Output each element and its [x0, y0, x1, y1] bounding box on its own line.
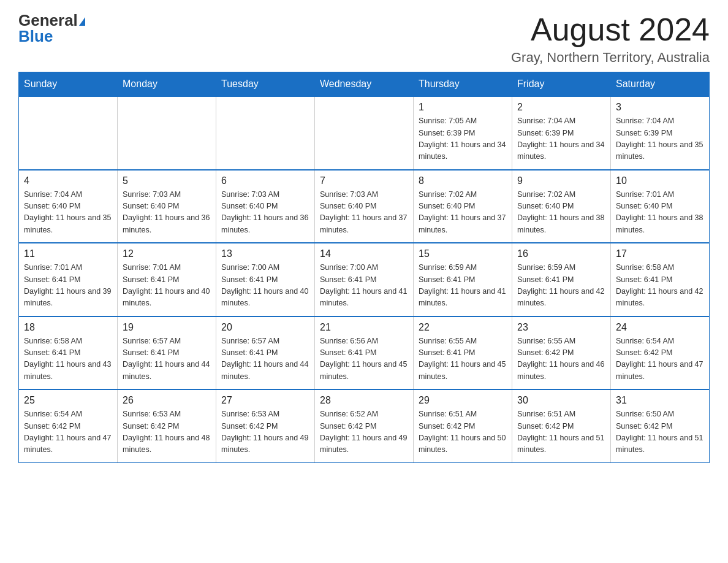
- calendar-week-row: 4Sunrise: 7:04 AMSunset: 6:40 PMDaylight…: [19, 170, 710, 243]
- day-header-wednesday: Wednesday: [315, 72, 414, 97]
- calendar-header-row: SundayMondayTuesdayWednesdayThursdayFrid…: [19, 72, 710, 97]
- day-info: Sunrise: 7:04 AMSunset: 6:39 PMDaylight:…: [616, 115, 704, 163]
- calendar-cell: 16Sunrise: 6:59 AMSunset: 6:41 PMDayligh…: [512, 243, 611, 316]
- logo: General Blue: [18, 12, 85, 44]
- calendar-cell: 25Sunrise: 6:54 AMSunset: 6:42 PMDayligh…: [19, 389, 118, 462]
- logo-line2: Blue: [18, 28, 53, 44]
- location-text: Gray, Northern Territory, Australia: [511, 50, 710, 66]
- calendar-cell: 18Sunrise: 6:58 AMSunset: 6:41 PMDayligh…: [19, 316, 118, 390]
- calendar-week-row: 11Sunrise: 7:01 AMSunset: 6:41 PMDayligh…: [19, 243, 710, 316]
- day-info: Sunrise: 7:01 AMSunset: 6:41 PMDaylight:…: [24, 262, 112, 310]
- day-number: 15: [419, 248, 507, 259]
- calendar-cell: 7Sunrise: 7:03 AMSunset: 6:40 PMDaylight…: [315, 170, 414, 243]
- day-number: 28: [320, 395, 408, 406]
- calendar-cell: 12Sunrise: 7:01 AMSunset: 6:41 PMDayligh…: [118, 243, 216, 316]
- calendar-cell: 22Sunrise: 6:55 AMSunset: 6:41 PMDayligh…: [414, 316, 512, 390]
- logo-line1: General: [18, 12, 85, 28]
- day-header-monday: Monday: [118, 72, 216, 97]
- day-number: 19: [123, 322, 211, 333]
- day-number: 26: [123, 395, 211, 406]
- day-info: Sunrise: 6:55 AMSunset: 6:41 PMDaylight:…: [419, 335, 507, 383]
- day-info: Sunrise: 6:52 AMSunset: 6:42 PMDaylight:…: [320, 408, 408, 456]
- day-number: 6: [221, 175, 309, 186]
- day-number: 10: [616, 175, 704, 186]
- calendar-cell: 29Sunrise: 6:51 AMSunset: 6:42 PMDayligh…: [414, 389, 512, 462]
- day-number: 2: [517, 102, 605, 113]
- day-info: Sunrise: 7:02 AMSunset: 6:40 PMDaylight:…: [419, 189, 507, 237]
- calendar-cell: 23Sunrise: 6:55 AMSunset: 6:42 PMDayligh…: [512, 316, 611, 390]
- day-info: Sunrise: 6:59 AMSunset: 6:41 PMDaylight:…: [517, 262, 605, 310]
- day-info: Sunrise: 6:51 AMSunset: 6:42 PMDaylight:…: [517, 408, 605, 456]
- day-info: Sunrise: 6:57 AMSunset: 6:41 PMDaylight:…: [221, 335, 309, 383]
- calendar-cell: 10Sunrise: 7:01 AMSunset: 6:40 PMDayligh…: [611, 170, 710, 243]
- day-number: 25: [24, 395, 112, 406]
- day-info: Sunrise: 7:05 AMSunset: 6:39 PMDaylight:…: [419, 115, 507, 163]
- day-info: Sunrise: 6:53 AMSunset: 6:42 PMDaylight:…: [123, 408, 211, 456]
- calendar-cell: [19, 96, 118, 170]
- day-info: Sunrise: 6:57 AMSunset: 6:41 PMDaylight:…: [123, 335, 211, 383]
- logo-triangle-icon: [79, 17, 85, 26]
- calendar-week-row: 25Sunrise: 6:54 AMSunset: 6:42 PMDayligh…: [19, 389, 710, 462]
- day-number: 3: [616, 102, 704, 113]
- calendar-cell: 8Sunrise: 7:02 AMSunset: 6:40 PMDaylight…: [414, 170, 512, 243]
- day-info: Sunrise: 7:03 AMSunset: 6:40 PMDaylight:…: [123, 189, 211, 237]
- calendar-cell: 21Sunrise: 6:56 AMSunset: 6:41 PMDayligh…: [315, 316, 414, 390]
- calendar-cell: 24Sunrise: 6:54 AMSunset: 6:42 PMDayligh…: [611, 316, 710, 390]
- day-number: 23: [517, 322, 605, 333]
- calendar-cell: 9Sunrise: 7:02 AMSunset: 6:40 PMDaylight…: [512, 170, 611, 243]
- day-number: 27: [221, 395, 309, 406]
- calendar-cell: [216, 96, 315, 170]
- calendar-cell: 2Sunrise: 7:04 AMSunset: 6:39 PMDaylight…: [512, 96, 611, 170]
- calendar-cell: 17Sunrise: 6:58 AMSunset: 6:41 PMDayligh…: [611, 243, 710, 316]
- calendar-cell: 13Sunrise: 7:00 AMSunset: 6:41 PMDayligh…: [216, 243, 315, 316]
- calendar-cell: [315, 96, 414, 170]
- day-info: Sunrise: 7:01 AMSunset: 6:40 PMDaylight:…: [616, 189, 704, 237]
- day-info: Sunrise: 6:59 AMSunset: 6:41 PMDaylight:…: [419, 262, 507, 310]
- calendar-cell: 31Sunrise: 6:50 AMSunset: 6:42 PMDayligh…: [611, 389, 710, 462]
- day-info: Sunrise: 6:54 AMSunset: 6:42 PMDaylight:…: [24, 408, 112, 456]
- day-number: 30: [517, 395, 605, 406]
- day-number: 31: [616, 395, 704, 406]
- day-info: Sunrise: 6:56 AMSunset: 6:41 PMDaylight:…: [320, 335, 408, 383]
- calendar-table: SundayMondayTuesdayWednesdayThursdayFrid…: [18, 72, 710, 463]
- day-number: 4: [24, 175, 112, 186]
- day-info: Sunrise: 6:55 AMSunset: 6:42 PMDaylight:…: [517, 335, 605, 383]
- calendar-week-row: 18Sunrise: 6:58 AMSunset: 6:41 PMDayligh…: [19, 316, 710, 390]
- month-title: August 2024: [511, 12, 710, 47]
- calendar-cell: 26Sunrise: 6:53 AMSunset: 6:42 PMDayligh…: [118, 389, 216, 462]
- day-number: 13: [221, 248, 309, 259]
- day-number: 1: [419, 102, 507, 113]
- title-section: August 2024 Gray, Northern Territory, Au…: [511, 12, 710, 66]
- calendar-week-row: 1Sunrise: 7:05 AMSunset: 6:39 PMDaylight…: [19, 96, 710, 170]
- day-info: Sunrise: 7:04 AMSunset: 6:39 PMDaylight:…: [517, 115, 605, 163]
- calendar-cell: 20Sunrise: 6:57 AMSunset: 6:41 PMDayligh…: [216, 316, 315, 390]
- calendar-cell: 19Sunrise: 6:57 AMSunset: 6:41 PMDayligh…: [118, 316, 216, 390]
- day-header-friday: Friday: [512, 72, 611, 97]
- calendar-cell: [118, 96, 216, 170]
- day-number: 9: [517, 175, 605, 186]
- day-number: 17: [616, 248, 704, 259]
- calendar-cell: 3Sunrise: 7:04 AMSunset: 6:39 PMDaylight…: [611, 96, 710, 170]
- day-number: 29: [419, 395, 507, 406]
- day-info: Sunrise: 7:04 AMSunset: 6:40 PMDaylight:…: [24, 189, 112, 237]
- day-number: 21: [320, 322, 408, 333]
- calendar-cell: 28Sunrise: 6:52 AMSunset: 6:42 PMDayligh…: [315, 389, 414, 462]
- day-info: Sunrise: 7:03 AMSunset: 6:40 PMDaylight:…: [320, 189, 408, 237]
- day-number: 12: [123, 248, 211, 259]
- calendar-cell: 11Sunrise: 7:01 AMSunset: 6:41 PMDayligh…: [19, 243, 118, 316]
- calendar-cell: 5Sunrise: 7:03 AMSunset: 6:40 PMDaylight…: [118, 170, 216, 243]
- page-header: General Blue August 2024 Gray, Northern …: [18, 12, 710, 66]
- day-header-sunday: Sunday: [19, 72, 118, 97]
- day-number: 5: [123, 175, 211, 186]
- day-header-thursday: Thursday: [414, 72, 512, 97]
- day-info: Sunrise: 6:51 AMSunset: 6:42 PMDaylight:…: [419, 408, 507, 456]
- day-info: Sunrise: 6:58 AMSunset: 6:41 PMDaylight:…: [616, 262, 704, 310]
- day-number: 20: [221, 322, 309, 333]
- calendar-cell: 30Sunrise: 6:51 AMSunset: 6:42 PMDayligh…: [512, 389, 611, 462]
- calendar-cell: 27Sunrise: 6:53 AMSunset: 6:42 PMDayligh…: [216, 389, 315, 462]
- day-number: 18: [24, 322, 112, 333]
- day-number: 24: [616, 322, 704, 333]
- day-info: Sunrise: 6:58 AMSunset: 6:41 PMDaylight:…: [24, 335, 112, 383]
- calendar-cell: 1Sunrise: 7:05 AMSunset: 6:39 PMDaylight…: [414, 96, 512, 170]
- day-header-saturday: Saturday: [611, 72, 710, 97]
